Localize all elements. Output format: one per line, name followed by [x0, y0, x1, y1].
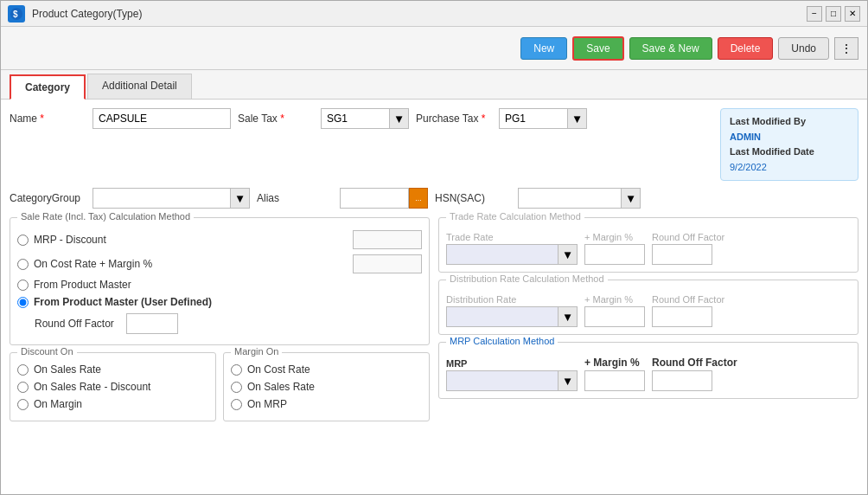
- trade-rate-label: Trade Rate: [446, 232, 578, 242]
- dist-margin-input[interactable]: 0.00: [584, 306, 645, 327]
- purchase-tax-dropdown[interactable]: ▼: [568, 108, 587, 129]
- alias-label: Alias: [257, 192, 335, 204]
- save-new-button[interactable]: Save & New: [629, 37, 712, 60]
- discount-sales-rate: On Sales Rate: [17, 363, 208, 376]
- dist-rate-input[interactable]: [446, 306, 558, 327]
- mrp-discount-option: MRP - Discount 0.0000: [17, 230, 422, 249]
- sale-tax-input[interactable]: [321, 108, 390, 129]
- alias-browse-button[interactable]: ...: [409, 188, 428, 209]
- discount-on-sales-rate-discount-label: On Sales Rate - Discount: [34, 381, 150, 393]
- right-section: Trade Rate Calculation Method Trade Rate…: [438, 217, 858, 421]
- close-button[interactable]: ✕: [845, 6, 860, 22]
- hsn-label: HSN(SAC): [435, 192, 513, 204]
- from-product-radio[interactable]: [17, 280, 29, 291]
- mrp-col: MRP ▼: [446, 358, 578, 391]
- discount-on-sales-rate-label: On Sales Rate: [34, 363, 101, 376]
- tab-category[interactable]: Category: [10, 74, 86, 100]
- trade-round-off-col: Round Off Factor 0.00: [652, 232, 724, 265]
- discount-on-margin: On Margin: [17, 398, 208, 410]
- hsn-input[interactable]: [518, 188, 622, 209]
- dist-round-off-label: Round Off Factor: [652, 294, 724, 305]
- discount-on-sales-rate-discount-radio[interactable]: [17, 382, 29, 393]
- dist-margin-label: + Margin %: [584, 294, 645, 305]
- minimize-button[interactable]: −: [807, 6, 822, 22]
- mrp-discount-value[interactable]: 0.0000: [353, 230, 422, 249]
- trade-margin-label: + Margin %: [584, 232, 645, 242]
- on-cost-option: On Cost Rate + Margin % 0.0000: [17, 254, 422, 273]
- purchase-tax-label: Purchase Tax *: [416, 112, 494, 125]
- margin-on-section: Margin On On Cost Rate On Sales Rate: [223, 352, 430, 421]
- main-window: $ Product Category(Type) − □ ✕ New Save …: [0, 0, 868, 495]
- trade-rate-dropdown[interactable]: ▼: [558, 244, 578, 265]
- discount-on-section: Discount On On Sales Rate On Sales Rate …: [10, 352, 216, 421]
- dist-rate-dropdown[interactable]: ▼: [558, 306, 578, 327]
- margin-mrp: On MRP: [231, 398, 422, 410]
- mrp-discount-radio[interactable]: [17, 235, 29, 246]
- trade-rate-input[interactable]: [446, 244, 558, 265]
- margin-on-mrp-radio[interactable]: [231, 399, 242, 410]
- tab-additional-detail[interactable]: Additional Detail: [87, 74, 192, 99]
- round-off-input[interactable]: 0.00: [126, 313, 178, 334]
- round-off-label: Round Off Factor: [35, 318, 121, 330]
- mrp-round-off-col: Round Off Factor 0.00: [652, 357, 737, 391]
- margin-on-mrp-label: On MRP: [247, 398, 287, 410]
- discount-on-margin-radio[interactable]: [17, 399, 29, 410]
- margin-on-cost-rate-radio[interactable]: [231, 364, 242, 376]
- mrp-round-off-label: Round Off Factor: [652, 357, 737, 369]
- more-button[interactable]: ⋮: [834, 37, 858, 60]
- on-cost-value[interactable]: 0.0000: [353, 254, 422, 273]
- mrp-margin-label: + Margin %: [584, 357, 645, 369]
- category-group-dropdown[interactable]: ▼: [231, 188, 250, 209]
- tabs-bar: Category Additional Detail: [1, 70, 867, 100]
- category-group-input[interactable]: [93, 188, 231, 209]
- sale-tax-label: Sale Tax *: [238, 112, 316, 125]
- left-section: Sale Rate (Incl. Tax) Calculation Method…: [10, 217, 430, 421]
- new-button[interactable]: New: [520, 37, 567, 60]
- sections-container: Sale Rate (Incl. Tax) Calculation Method…: [10, 217, 858, 421]
- category-group-field: CategoryGroup ▼: [10, 188, 250, 209]
- mrp-round-off-input[interactable]: 0.00: [652, 370, 712, 391]
- svg-text:$: $: [13, 10, 18, 19]
- from-product-user-radio[interactable]: [17, 297, 29, 308]
- title-bar-left: $ Product Category(Type): [8, 5, 142, 22]
- trade-margin-input[interactable]: 0.00: [584, 244, 645, 265]
- mrp-input[interactable]: [446, 370, 558, 391]
- mrp-margin-col: + Margin % 0.00: [584, 357, 645, 391]
- trade-rate-section: Trade Rate Calculation Method Trade Rate…: [438, 217, 858, 273]
- name-label: Name *: [10, 112, 87, 125]
- distribution-rate-title: Distribution Rate Calculation Method: [446, 273, 608, 284]
- from-product-user-option: From Product Master (User Defined): [17, 296, 422, 308]
- name-input[interactable]: [93, 108, 231, 129]
- name-field-group: Name *: [10, 108, 231, 129]
- purchase-tax-input[interactable]: [499, 108, 568, 129]
- mrp-section: MRP Calculation Method MRP ▼: [438, 342, 858, 399]
- save-button[interactable]: Save: [572, 36, 623, 61]
- hsn-dropdown[interactable]: ▼: [622, 188, 641, 209]
- from-product-label: From Product Master: [34, 279, 131, 291]
- sale-rate-section: Sale Rate (Incl. Tax) Calculation Method…: [10, 217, 430, 345]
- discount-on-sales-rate-radio[interactable]: [17, 364, 29, 376]
- trade-round-off-input[interactable]: 0.00: [652, 244, 712, 265]
- window-controls: − □ ✕: [807, 6, 860, 22]
- dist-rate-col: Distribution Rate ▼: [446, 294, 578, 327]
- sale-tax-dropdown[interactable]: ▼: [390, 108, 409, 129]
- alias-input[interactable]: [340, 188, 409, 209]
- trade-rate-col: Trade Rate ▼: [446, 232, 578, 265]
- undo-button[interactable]: Undo: [778, 37, 829, 60]
- margin-cost-rate: On Cost Rate: [231, 363, 422, 376]
- alias-field: Alias ...: [257, 188, 428, 209]
- from-product-option: From Product Master: [17, 279, 422, 291]
- mrp-dropdown[interactable]: ▼: [558, 370, 578, 391]
- restore-button[interactable]: □: [826, 6, 841, 22]
- margin-on-sales-rate-radio[interactable]: [231, 382, 242, 393]
- content-area: Name * Sale Tax * ▼ Purchase Tax: [1, 100, 867, 494]
- dist-round-off-input[interactable]: 0.00: [652, 306, 712, 327]
- mrp-margin-input[interactable]: 0.00: [584, 370, 645, 391]
- on-cost-radio[interactable]: [17, 259, 29, 270]
- dist-margin-col: + Margin % 0.00: [584, 294, 645, 327]
- toolbar: New Save Save & New Delete Undo ⋮: [1, 27, 867, 70]
- delete-button[interactable]: Delete: [718, 37, 774, 60]
- dist-rate-label: Distribution Rate: [446, 294, 578, 305]
- hsn-field: HSN(SAC) ▼: [435, 188, 641, 209]
- sub-sections: Discount On On Sales Rate On Sales Rate …: [10, 352, 430, 421]
